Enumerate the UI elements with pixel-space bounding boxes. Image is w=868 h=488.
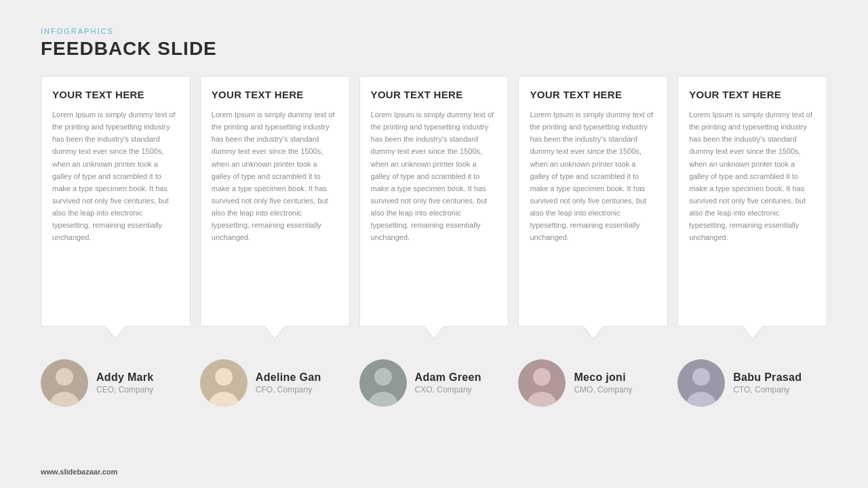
person-info-1: Addy MarkCEO, Company [96,371,154,394]
footer: www.slidebazaar.com [41,468,117,476]
footer-prefix: www. [41,468,60,476]
person-name-2: Adeline Gan [256,371,321,384]
person-5: Babu PrasadCTO, Company [677,359,827,407]
avatar-1 [41,359,88,407]
card-3: YOUR TEXT HERELorem Ipsum is simply dumm… [359,76,509,327]
avatar-3 [359,359,407,407]
person-role-1: CEO, Company [96,385,154,394]
card-title-5: YOUR TEXT HERE [689,89,816,100]
card-body-3: Lorem Ipsum is simply dummy text of the … [371,108,498,244]
avatar-5 [677,359,725,407]
svg-point-4 [215,368,233,386]
person-2: Adeline GanCFO, Company [200,359,350,407]
person-name-1: Addy Mark [96,371,154,384]
card-wrapper-1: YOUR TEXT HERELorem Ipsum is simply dumm… [41,76,191,327]
person-1: Addy MarkCEO, Company [41,359,191,407]
header-title: FEEDBACK SLIDE [41,38,827,60]
footer-brand: slidebazaar [60,468,100,476]
person-4: Meco joniCMO, Company [518,359,668,407]
person-role-2: CFO, Company [256,385,321,394]
header-subtitle: INFOGRAPHICS [41,27,827,35]
svg-point-10 [533,368,551,386]
card-body-5: Lorem Ipsum is simply dummy text of the … [689,108,816,244]
card-title-3: YOUR TEXT HERE [371,89,498,100]
avatar-2 [200,359,248,407]
person-name-4: Meco joni [574,371,632,384]
header: INFOGRAPHICS FEEDBACK SLIDE [41,27,827,60]
avatar-4 [518,359,566,407]
person-info-4: Meco joniCMO, Company [574,371,632,394]
card-wrapper-3: YOUR TEXT HERELorem Ipsum is simply dumm… [359,76,509,327]
page: INFOGRAPHICS FEEDBACK SLIDE YOUR TEXT HE… [0,0,868,488]
person-3: Adam GreenCXO, Company [359,359,509,407]
card-4: YOUR TEXT HERELorem Ipsum is simply dumm… [518,76,668,327]
person-role-5: CTO, Company [733,385,802,394]
person-name-3: Adam Green [415,371,481,384]
svg-point-7 [374,368,392,386]
card-wrapper-4: YOUR TEXT HERELorem Ipsum is simply dumm… [518,76,668,327]
card-body-4: Lorem Ipsum is simply dummy text of the … [530,108,656,244]
person-role-4: CMO, Company [574,385,632,394]
card-title-2: YOUR TEXT HERE [212,89,338,100]
card-wrapper-2: YOUR TEXT HERELorem Ipsum is simply dumm… [200,76,350,327]
card-title-4: YOUR TEXT HERE [530,89,656,100]
card-5: YOUR TEXT HERELorem Ipsum is simply dumm… [677,76,827,327]
card-1: YOUR TEXT HERELorem Ipsum is simply dumm… [41,76,191,327]
person-info-2: Adeline GanCFO, Company [256,371,321,394]
card-wrapper-5: YOUR TEXT HERELorem Ipsum is simply dumm… [677,76,827,327]
person-info-5: Babu PrasadCTO, Company [733,371,802,394]
card-body-2: Lorem Ipsum is simply dummy text of the … [212,108,338,244]
person-name-5: Babu Prasad [733,371,802,384]
person-info-3: Adam GreenCXO, Company [415,371,481,394]
svg-point-13 [692,368,710,386]
card-body-1: Lorem Ipsum is simply dummy text of the … [52,108,179,244]
person-role-3: CXO, Company [415,385,481,394]
footer-suffix: .com [100,468,118,476]
svg-point-1 [56,368,73,386]
persons-row: Addy MarkCEO, Company Adeline GanCFO, Co… [41,359,827,407]
cards-row: YOUR TEXT HERELorem Ipsum is simply dumm… [41,76,827,327]
card-title-1: YOUR TEXT HERE [52,89,179,100]
card-2: YOUR TEXT HERELorem Ipsum is simply dumm… [200,76,350,327]
